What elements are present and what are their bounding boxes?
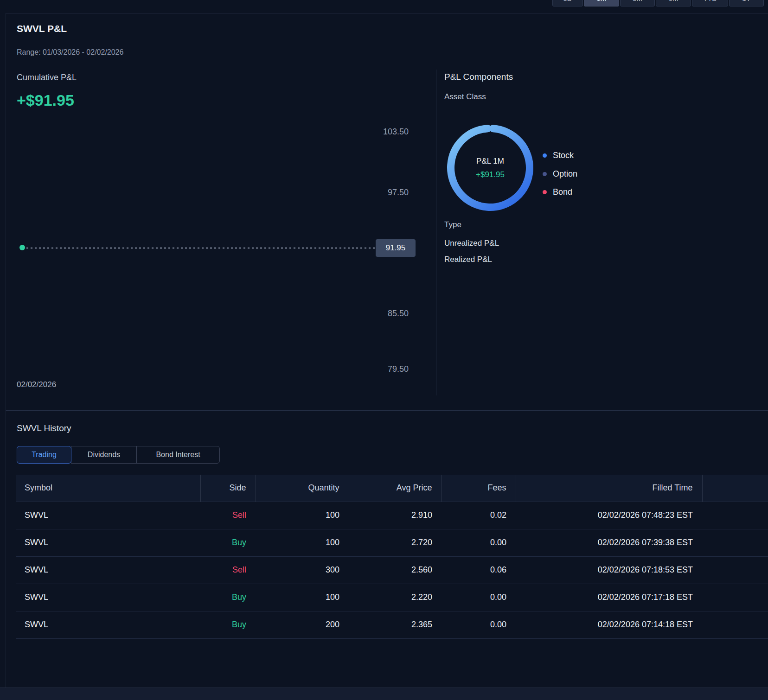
option-legend-dot	[543, 172, 547, 176]
tab-dividends[interactable]: Dividends	[71, 446, 137, 464]
asset-class-donut-chart: P&L 1M +$91.95	[447, 124, 534, 211]
timeframe-1y-button[interactable]: 1Y	[729, 0, 764, 6]
timeframe-3m-button[interactable]: 3M	[620, 0, 655, 6]
side-cell: Sell	[200, 502, 256, 529]
donut-value-label: +$91.95	[476, 170, 505, 179]
filled-time-cell: 02/02/2026 07:14:18 EST	[516, 611, 702, 638]
avg-price-cell: 2.910	[349, 502, 442, 529]
legend-label: Option	[553, 169, 577, 179]
current-value-badge: 91.95	[376, 239, 416, 257]
filled-time-cell: 02/02/2026 07:48:23 EST	[516, 502, 702, 529]
quantity-cell: 100	[256, 502, 349, 529]
asset-class-label: Asset Class	[444, 92, 486, 102]
column-header-extra	[702, 475, 768, 502]
table-row[interactable]: SWVL Buy 100 2.720 0.00 02/02/2026 07:39…	[16, 529, 768, 556]
table-row[interactable]: SWVL Buy 100 2.220 0.00 02/02/2026 07:17…	[16, 584, 768, 611]
y-axis-tick: 79.50	[344, 364, 409, 374]
filled-time-cell: 02/02/2026 07:18:53 EST	[516, 556, 702, 584]
panel-top-border	[6, 13, 768, 13]
side-cell: Buy	[200, 611, 256, 638]
donut-period-label: P&L 1M	[476, 157, 504, 166]
tab-trading[interactable]: Trading	[17, 446, 71, 464]
symbol-cell: SWVL	[16, 502, 200, 529]
bond-legend-dot	[543, 190, 547, 194]
legend-label: Stock	[553, 151, 574, 160]
bottom-edge-strip	[0, 687, 768, 700]
side-cell: Buy	[200, 529, 256, 556]
quantity-cell: 100	[256, 584, 349, 611]
filled-time-cell: 02/02/2026 07:39:38 EST	[516, 529, 702, 556]
symbol-cell: SWVL	[16, 556, 200, 584]
pl-point-marker	[19, 245, 25, 250]
fees-cell: 0.06	[442, 556, 516, 584]
quantity-cell: 100	[256, 529, 349, 556]
cumulative-pl-value: +$91.95	[17, 91, 74, 109]
y-axis-tick: 85.50	[344, 309, 409, 318]
timeframe-ytd-button[interactable]: YTD	[692, 0, 728, 6]
table-header-row: Symbol Side Quantity Avg Price Fees Fill…	[16, 475, 768, 502]
pl-level-line	[22, 248, 375, 248]
column-header-side[interactable]: Side	[200, 475, 256, 502]
fees-cell: 0.00	[442, 584, 516, 611]
column-header-symbol[interactable]: Symbol	[16, 475, 200, 502]
avg-price-cell: 2.560	[349, 556, 442, 584]
symbol-cell: SWVL	[16, 529, 200, 556]
date-range: Range: 01/03/2026 - 02/02/2026	[17, 48, 123, 57]
avg-price-cell: 2.365	[349, 611, 442, 638]
panel-left-border	[6, 13, 6, 700]
history-title: SWVL History	[17, 423, 71, 433]
timeframe-bar: 5D 1M 3M 6M YTD 1Y	[552, 0, 764, 6]
table-row[interactable]: SWVL Sell 300 2.560 0.06 02/02/2026 07:1…	[16, 556, 768, 584]
legend-item-bond: Bond	[543, 187, 572, 197]
y-axis-tick: 103.50	[344, 127, 409, 137]
avg-price-cell: 2.720	[349, 529, 442, 556]
quantity-cell: 300	[256, 556, 349, 584]
quantity-cell: 200	[256, 611, 349, 638]
legend-label: Bond	[553, 187, 572, 197]
column-header-quantity[interactable]: Quantity	[256, 475, 349, 502]
timeframe-1m-button[interactable]: 1M	[584, 0, 619, 6]
realized-pl-label: Realized P&L	[444, 255, 492, 264]
symbol-cell: SWVL	[16, 584, 200, 611]
fees-cell: 0.00	[442, 611, 516, 638]
avg-price-cell: 2.220	[349, 584, 442, 611]
column-header-filled-time[interactable]: Filled Time	[516, 475, 702, 502]
components-title: P&L Components	[444, 72, 513, 82]
side-cell: Buy	[200, 584, 256, 611]
legend-item-stock: Stock	[543, 151, 574, 160]
vertical-divider	[436, 70, 436, 395]
column-header-fees[interactable]: Fees	[442, 475, 516, 502]
timeframe-6m-button[interactable]: 6M	[656, 0, 691, 6]
column-header-avg-price[interactable]: Avg Price	[349, 475, 442, 502]
x-axis-date-label: 02/02/2026	[17, 380, 56, 389]
filled-time-cell: 02/02/2026 07:17:18 EST	[516, 584, 702, 611]
fees-cell: 0.00	[442, 529, 516, 556]
symbol-cell: SWVL	[16, 611, 200, 638]
legend-item-option: Option	[543, 169, 577, 178]
timeframe-5d-button[interactable]: 5D	[552, 0, 583, 6]
tab-bond-interest[interactable]: Bond Interest	[136, 446, 220, 464]
app-window: 5D 1M 3M 6M YTD 1Y SWVL P&L Range: 01/03…	[0, 0, 768, 700]
table-row[interactable]: SWVL Buy 200 2.365 0.00 02/02/2026 07:14…	[16, 611, 768, 638]
unrealized-pl-label: Unrealized P&L	[444, 239, 499, 248]
history-tabs: Trading Dividends Bond Interest	[17, 446, 220, 464]
page-title: SWVL P&L	[17, 23, 67, 34]
donut-center-text: P&L 1M +$91.95	[447, 124, 534, 211]
stock-legend-dot	[543, 153, 547, 158]
table-row[interactable]: SWVL Sell 100 2.910 0.02 02/02/2026 07:4…	[16, 502, 768, 529]
fees-cell: 0.02	[442, 502, 516, 529]
side-cell: Sell	[200, 556, 256, 584]
y-axis-tick: 97.50	[344, 188, 409, 197]
cumulative-pl-label: Cumulative P&L	[17, 73, 77, 83]
section-divider	[6, 410, 768, 411]
type-section-label: Type	[444, 220, 461, 229]
trades-table: Symbol Side Quantity Avg Price Fees Fill…	[16, 475, 768, 639]
